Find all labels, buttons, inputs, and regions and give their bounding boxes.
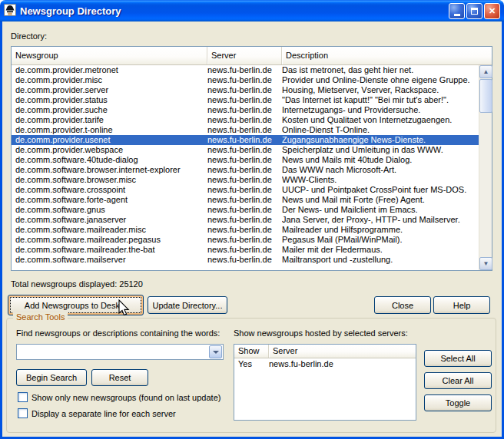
checkbox-separate-line[interactable]: Display a separate line for each server	[18, 408, 176, 418]
checkbox-label-separate-line: Display a separate line for each server	[32, 409, 176, 418]
cell-server: news.fu-berlin.de	[207, 205, 282, 215]
checkbox-show-only-new[interactable]: Show only new newsgroups (found on last …	[18, 392, 220, 402]
cell-newsgroup: de.comm.software.mailreader.the-bat	[12, 245, 207, 255]
toggle-button[interactable]: Toggle	[424, 394, 492, 411]
newsgroup-row[interactable]: de.comm.provider.webspacenews.fu-berlin.…	[12, 145, 479, 155]
newsgroup-row[interactable]: de.comm.software.mailreader.miscnews.fu-…	[12, 225, 479, 235]
cell-newsgroup: de.comm.provider.suche	[12, 105, 207, 115]
dialog-client-area: Directory: Newsgroup Server Description …	[0, 21, 504, 439]
directory-label: Directory:	[11, 31, 47, 41]
cell-server: news.fu-berlin.de	[207, 225, 282, 235]
cell-description: Housing, Mietserver, Vserver, Rackspace.	[282, 85, 479, 95]
reset-button[interactable]: Reset	[91, 369, 148, 386]
newsgroup-row[interactable]: de.comm.provider.t-onlinenews.fu-berlin.…	[12, 125, 479, 135]
maximize-button[interactable]	[466, 3, 482, 19]
cell-description: Das WWW nach Microsoft-Art.	[282, 165, 479, 175]
update-directory-button[interactable]: Update Directory...	[148, 296, 227, 314]
cell-newsgroup: de.comm.provider.t-online	[12, 125, 207, 135]
newsgroup-row[interactable]: de.comm.software.browser.miscnews.fu-ber…	[12, 175, 479, 185]
newsgroup-row[interactable]: de.comm.software.browser.internet-explor…	[12, 165, 479, 175]
newsgroup-row[interactable]: de.comm.software.40tude-dialognews.fu-be…	[12, 155, 479, 165]
cell-server: news.fu-berlin.de	[207, 145, 282, 155]
newsgroup-list-header: Newsgroup Server Description	[12, 47, 492, 65]
server-rows: Yesnews.fu-berlin.de	[234, 358, 416, 369]
cell-description: Internetzugangs- und Providersuche.	[282, 105, 479, 115]
newsgroup-row[interactable]: de.comm.provider.miscnews.fu-berlin.dePr…	[12, 75, 479, 85]
help-button[interactable]: Help	[433, 296, 490, 314]
cell-newsgroup: de.comm.provider.usenet	[12, 135, 207, 145]
cell-newsgroup: de.comm.provider.status	[12, 95, 207, 105]
chevron-down-icon	[213, 351, 219, 354]
cell-description: Zugangsunabhaengige News-Dienste.	[282, 135, 479, 145]
column-header-show[interactable]: Show	[234, 345, 269, 358]
checkbox-box-show-only-new[interactable]	[18, 392, 28, 402]
cell-description: Speicherplatz und Umleitung in das WWW.	[282, 145, 479, 155]
begin-search-button[interactable]: Begin Search	[16, 369, 87, 386]
newsgroup-row[interactable]: de.comm.provider.servernews.fu-berlin.de…	[12, 85, 479, 95]
cell-newsgroup: de.comm.software.forte-agent	[12, 195, 207, 205]
close-window-button[interactable]: ✕	[484, 3, 500, 19]
cell-server: news.fu-berlin.de	[207, 105, 282, 115]
newsgroup-row[interactable]: de.comm.provider.metronetnews.fu-berlin.…	[12, 65, 479, 75]
newsgroup-row[interactable]: de.comm.software.mailreader.pegasusnews.…	[12, 235, 479, 245]
scroll-down-button[interactable]: ▼	[479, 257, 492, 270]
close-button[interactable]: Close	[374, 296, 431, 314]
checkbox-label-show-only-new: Show only new newsgroups (found on last …	[32, 393, 220, 402]
cell-description: Provider und Online-Dienste ohne eigene …	[282, 75, 479, 85]
cell-newsgroup: de.comm.provider.server	[12, 85, 207, 95]
cell-newsgroup: de.comm.provider.tarife	[12, 115, 207, 125]
newsgroup-row[interactable]: de.comm.software.mailservernews.fu-berli…	[12, 255, 479, 265]
checkbox-box-separate-line[interactable]	[18, 408, 28, 418]
select-all-button[interactable]: Select All	[424, 350, 492, 367]
scroll-up-button[interactable]: ▲	[479, 65, 492, 78]
find-words-label: Find newsgroups or descriptions containi…	[16, 328, 220, 338]
total-value: 25120	[119, 279, 143, 289]
cell-server: news.fu-berlin.de	[207, 75, 282, 85]
titlebar[interactable]: Newsgroup Directory ✕	[0, 0, 504, 21]
cell-description: Online-Dienst T-Online.	[282, 125, 479, 135]
column-header-newsgroup[interactable]: Newsgroup	[12, 47, 207, 64]
column-header-server-name[interactable]: Server	[269, 345, 416, 358]
newsgroup-row[interactable]: de.comm.software.gnusnews.fu-berlin.deDe…	[12, 205, 479, 215]
scrollbar-thumb[interactable]	[479, 79, 492, 113]
newsgroup-row[interactable]: de.comm.software.crosspointnews.fu-berli…	[12, 185, 479, 195]
newsgroup-list-body: de.comm.provider.metronetnews.fu-berlin.…	[12, 65, 492, 270]
cell-description: "Das Internet ist kaputt!" "Bei mir tut'…	[282, 95, 479, 105]
vertical-scrollbar[interactable]: ▲ ▼	[479, 65, 492, 270]
app-icon	[4, 4, 16, 18]
cell-server: news.fu-berlin.de	[207, 165, 282, 175]
cell-description: Der News- und Mailclient im Emacs.	[282, 205, 479, 215]
cell-newsgroup: de.comm.software.40tude-dialog	[12, 155, 207, 165]
newsgroup-row[interactable]: de.comm.software.mailreader.the-batnews.…	[12, 245, 479, 255]
clear-all-button[interactable]: Clear All	[424, 372, 492, 389]
cell-newsgroup: de.comm.provider.metronet	[12, 65, 207, 75]
cell-newsgroup: de.comm.software.browser.misc	[12, 175, 207, 185]
server-list: Show Server Yesnews.fu-berlin.de	[234, 344, 416, 421]
cell-newsgroup: de.comm.software.gnus	[12, 205, 207, 215]
combo-dropdown-button[interactable]	[209, 345, 222, 358]
cell-server: news.fu-berlin.de	[207, 215, 282, 225]
cell-description: Pegasus Mail (PMail/WinPMail).	[282, 235, 479, 245]
cell-server: news.fu-berlin.de	[207, 235, 282, 245]
newsgroup-row[interactable]: de.comm.software.forte-agentnews.fu-berl…	[12, 195, 479, 205]
minimize-button[interactable]	[449, 3, 465, 19]
cell-server: news.fu-berlin.de	[207, 255, 282, 265]
search-words-combobox[interactable]	[16, 344, 224, 360]
cell-server: news.fu-berlin.de	[207, 195, 282, 205]
newsgroup-row[interactable]: de.comm.provider.suchenews.fu-berlin.deI…	[12, 105, 479, 115]
newsgroup-row[interactable]: de.comm.software.janaservernews.fu-berli…	[12, 215, 479, 225]
search-tools-groupbox: Search Tools Find newsgroups or descript…	[6, 318, 496, 433]
cell-newsgroup: de.comm.software.janaserver	[12, 215, 207, 225]
column-header-server[interactable]: Server	[207, 47, 282, 64]
server-list-header: Show Server	[234, 345, 416, 358]
newsgroup-directory-window: Newsgroup Directory ✕ Directory: Newsgro…	[0, 0, 504, 439]
search-words-input[interactable]	[17, 345, 208, 359]
newsgroup-row[interactable]: de.comm.provider.tarifenews.fu-berlin.de…	[12, 115, 479, 125]
column-header-description[interactable]: Description	[282, 47, 492, 64]
newsgroup-row[interactable]: de.comm.provider.usenetnews.fu-berlin.de…	[12, 135, 479, 145]
cell-description: Mailer mit der Fledermaus.	[282, 245, 479, 255]
cell-description: Mailtransport und -zustellung.	[282, 255, 479, 265]
newsgroup-row[interactable]: de.comm.provider.statusnews.fu-berlin.de…	[12, 95, 479, 105]
cell-server: news.fu-berlin.de	[207, 115, 282, 125]
server-row[interactable]: Yesnews.fu-berlin.de	[234, 358, 416, 369]
